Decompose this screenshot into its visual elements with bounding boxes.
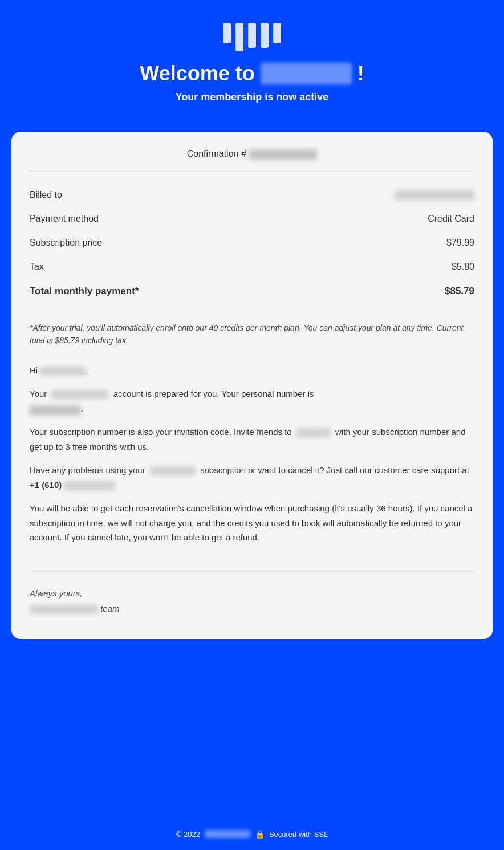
brand-blur-signature	[30, 605, 98, 614]
billed-to-value	[395, 190, 474, 200]
payment-method-label: Payment method	[30, 214, 99, 224]
logo-bar-5	[273, 23, 281, 43]
confirmation-number	[249, 149, 317, 160]
account-paragraph: Your account is prepared for you. Your p…	[30, 387, 474, 416]
welcome-title: Welcome to !	[140, 62, 364, 86]
tax-value: $5.80	[452, 262, 474, 272]
logo-icons	[223, 23, 281, 51]
subscription-price-label: Subscription price	[30, 238, 102, 248]
signature-suffix: team	[100, 604, 119, 613]
logo-bar-2	[235, 23, 243, 51]
signature-line2: team	[30, 601, 474, 616]
total-row: Total monthly payment* $85.79	[30, 279, 474, 304]
greeting-paragraph: Hi ,	[30, 363, 474, 378]
para2: Your subscription number is also your in…	[30, 427, 292, 437]
payment-method-row: Payment method Credit Card	[30, 207, 474, 231]
confirmation-header: Confirmation #	[30, 149, 474, 172]
subtitle: Your membership is now active	[176, 91, 329, 103]
logo-bar-1	[223, 23, 231, 43]
brand-blur-3	[150, 466, 196, 475]
para1-mid: account is prepared for you. Your person…	[113, 389, 314, 398]
footer: © 2022 🔒 Secured with SSL	[0, 818, 504, 850]
logo-bar-4	[261, 23, 269, 48]
main-card: Confirmation # Billed to Payment method …	[11, 132, 493, 639]
greeting-hi: Hi	[30, 365, 38, 375]
billed-to-label: Billed to	[30, 190, 62, 200]
personal-number-blur	[30, 405, 81, 416]
total-value: $85.79	[445, 286, 474, 297]
support-paragraph: Have any problems using your subscriptio…	[30, 463, 474, 492]
welcome-prefix: Welcome to	[140, 62, 254, 86]
footer-brand-blur	[205, 830, 250, 838]
divider-1	[30, 310, 474, 310]
disclaimer-text: *After your trial, you'll automatically …	[30, 322, 474, 347]
subscription-price-row: Subscription price $79.99	[30, 231, 474, 255]
para3-mid: subscription or want to cancel it? Just …	[200, 465, 469, 475]
phone-number-blur	[64, 481, 115, 490]
cancellation-paragraph: You will be able to get each reservation…	[30, 501, 474, 545]
subscription-price-value: $79.99	[446, 238, 474, 248]
payment-method-value: Credit Card	[428, 214, 474, 224]
header-section: Welcome to ! Your membership is now acti…	[0, 0, 504, 120]
lock-icon: 🔒	[255, 829, 265, 839]
para1-start: Your	[30, 389, 47, 398]
signature-section: Always yours, team	[30, 571, 474, 616]
logo-bar-3	[248, 23, 256, 48]
invitation-paragraph: Your subscription number is also your in…	[30, 425, 474, 454]
welcome-exclaim: !	[357, 62, 364, 86]
billed-to-row: Billed to	[30, 183, 474, 207]
ssl-label: Secured with SSL	[269, 830, 328, 839]
copyright: © 2022	[176, 830, 200, 839]
para3-start: Have any problems using your	[30, 465, 145, 475]
brand-name-blur	[261, 63, 352, 84]
user-name-blur	[40, 367, 86, 376]
phone-prefix: +1 (610)	[30, 480, 62, 490]
body-section: Hi , Your account is prepared for you. Y…	[30, 357, 474, 560]
tax-label: Tax	[30, 262, 44, 272]
tax-row: Tax $5.80	[30, 255, 474, 279]
brand-blur-1	[51, 390, 108, 399]
brand-blur-2	[296, 428, 331, 437]
total-label: Total monthly payment*	[30, 286, 139, 297]
confirmation-label: Confirmation #	[187, 149, 246, 158]
signature-line1: Always yours,	[30, 585, 474, 601]
